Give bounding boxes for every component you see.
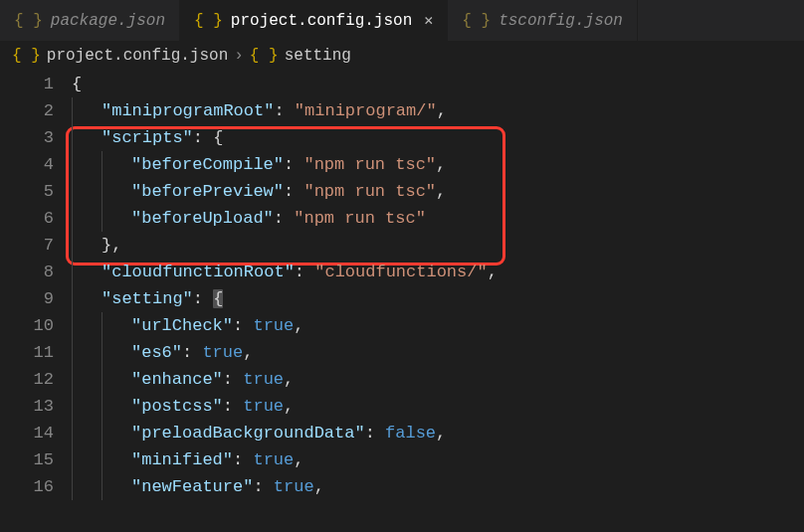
- breadcrumb[interactable]: { } project.config.json › { } setting: [0, 41, 804, 71]
- code-line[interactable]: "enhance": true,: [72, 366, 804, 393]
- json-icon: { }: [250, 47, 279, 65]
- code-line[interactable]: "newFeature": true,: [72, 473, 804, 500]
- json-icon: { }: [12, 47, 41, 65]
- code-line[interactable]: "minified": true,: [72, 446, 804, 473]
- code-line[interactable]: "es6": true,: [72, 339, 804, 366]
- code-line[interactable]: "cloudfunctionRoot": "cloudfunctions/",: [72, 259, 804, 285]
- json-icon: { }: [14, 12, 43, 30]
- code-area[interactable]: {"miniprogramRoot": "miniprogram/","scri…: [72, 71, 804, 530]
- code-line[interactable]: "urlCheck": true,: [72, 312, 804, 339]
- code-line[interactable]: "scripts": {: [72, 124, 804, 151]
- line-number-gutter: 12345678910111213141516: [0, 71, 72, 530]
- line-number: 3: [0, 124, 54, 151]
- close-icon[interactable]: ✕: [424, 11, 433, 30]
- code-line[interactable]: "beforeUpload": "npm run tsc": [72, 205, 804, 232]
- tab-label: package.json: [51, 12, 165, 30]
- line-number: 15: [0, 446, 54, 473]
- line-number: 14: [0, 420, 54, 446]
- json-icon: { }: [462, 12, 491, 30]
- code-line[interactable]: "preloadBackgroundData": false,: [72, 420, 804, 446]
- json-icon: { }: [194, 12, 223, 30]
- editor[interactable]: 12345678910111213141516 {"miniprogramRoo…: [0, 71, 804, 530]
- code-line[interactable]: "beforePreview": "npm run tsc",: [72, 178, 804, 205]
- line-number: 4: [0, 151, 54, 178]
- code-line[interactable]: "miniprogramRoot": "miniprogram/",: [72, 97, 804, 124]
- code-line[interactable]: "setting": {: [72, 285, 804, 312]
- tab-project-config-json[interactable]: { } project.config.json ✕: [180, 0, 448, 41]
- line-number: 16: [0, 473, 54, 500]
- tab-tsconfig-json[interactable]: { } tsconfig.json: [448, 0, 638, 41]
- tab-bar: { } package.json { } project.config.json…: [0, 0, 804, 41]
- line-number: 11: [0, 339, 54, 366]
- tab-label: tsconfig.json: [499, 12, 623, 30]
- line-number: 6: [0, 205, 54, 232]
- line-number: 2: [0, 97, 54, 124]
- chevron-right-icon: ›: [234, 47, 244, 65]
- breadcrumb-path: setting: [285, 47, 351, 65]
- line-number: 1: [0, 71, 54, 97]
- code-line[interactable]: "postcss": true,: [72, 393, 804, 420]
- tab-package-json[interactable]: { } package.json: [0, 0, 180, 41]
- tab-label: project.config.json: [231, 12, 412, 30]
- breadcrumb-file: project.config.json: [47, 47, 228, 65]
- line-number: 8: [0, 259, 54, 285]
- line-number: 13: [0, 393, 54, 420]
- line-number: 9: [0, 285, 54, 312]
- line-number: 5: [0, 178, 54, 205]
- line-number: 7: [0, 232, 54, 259]
- code-line[interactable]: },: [72, 232, 804, 259]
- code-line[interactable]: "beforeCompile": "npm run tsc",: [72, 151, 804, 178]
- line-number: 12: [0, 366, 54, 393]
- line-number: 10: [0, 312, 54, 339]
- code-line[interactable]: {: [72, 71, 804, 97]
